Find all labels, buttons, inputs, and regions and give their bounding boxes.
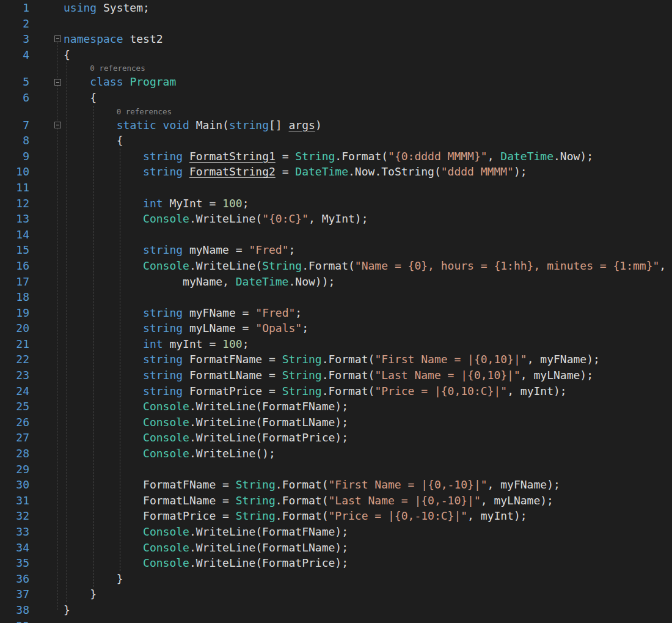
fold-collapse-icon[interactable] xyxy=(54,122,61,128)
editor-row: 21 int myInt = 100; xyxy=(0,336,672,352)
editor-row: 27 Console.WriteLine(FormatPrice); xyxy=(0,430,672,446)
code-token xyxy=(64,556,143,569)
code-line[interactable]: { xyxy=(64,133,123,149)
line-number[interactable]: 17 xyxy=(0,274,29,290)
line-number[interactable]: 37 xyxy=(0,586,29,602)
code-line[interactable]: } xyxy=(64,586,97,602)
line-number[interactable]: 19 xyxy=(0,305,29,321)
line-number[interactable]: 36 xyxy=(0,571,29,587)
line-number[interactable]: 9 xyxy=(0,149,29,164)
code-line[interactable]: string myLName = "Opals"; xyxy=(64,320,309,336)
line-number[interactable]: 39 xyxy=(0,618,29,623)
line-number[interactable]: 33 xyxy=(0,524,29,540)
code-line[interactable]: Console.WriteLine(String.Format("Name = … xyxy=(64,258,666,274)
code-line[interactable]: int myInt = 100; xyxy=(64,336,249,352)
code-line[interactable]: myName, DateTime.Now)); xyxy=(64,274,335,290)
code-token: myLName = xyxy=(183,322,255,334)
code-line[interactable]: Console.WriteLine(FormatFName); xyxy=(64,399,348,415)
line-number[interactable]: 21 xyxy=(0,336,29,352)
code-line[interactable]: int MyInt = 100; xyxy=(64,196,249,212)
line-number[interactable]: 15 xyxy=(0,242,29,258)
line-number[interactable]: 6 xyxy=(0,90,29,106)
line-number[interactable]: 32 xyxy=(0,508,29,524)
code-line[interactable]: string FormatLName = String.Format("Last… xyxy=(64,367,593,383)
code-line[interactable]: Console.WriteLine("{0:C}", MyInt); xyxy=(64,211,368,227)
codelens-references-link[interactable]: 0 references xyxy=(90,62,145,74)
code-line[interactable]: Console.WriteLine(); xyxy=(64,446,276,462)
code-line[interactable]: string FormatString1 = String.Format("{0… xyxy=(64,149,593,164)
line-number[interactable]: 13 xyxy=(0,211,29,227)
code-line[interactable]: } xyxy=(64,602,70,618)
line-number[interactable]: 1 xyxy=(0,0,29,16)
code-line[interactable]: Console.WriteLine(FormatFName); xyxy=(64,524,348,540)
editor-row: 17 myName, DateTime.Now)); xyxy=(0,274,672,290)
code-line[interactable]: } xyxy=(64,571,123,587)
code-token: , myInt); xyxy=(507,385,567,397)
code-line[interactable]: namespace test2 xyxy=(64,31,163,47)
code-token: { xyxy=(64,48,70,61)
line-number[interactable]: 35 xyxy=(0,555,29,571)
code-line[interactable]: string myFName = "Fred"; xyxy=(64,305,302,321)
line-number[interactable]: 16 xyxy=(0,258,29,274)
line-number[interactable]: 23 xyxy=(0,367,29,383)
code-line[interactable]: static void Main(string[] args) xyxy=(64,117,322,133)
code-token: , xyxy=(488,150,501,163)
fold-collapse-icon[interactable] xyxy=(54,79,61,86)
line-number[interactable]: 2 xyxy=(0,16,29,32)
code-line[interactable]: FormatPrice = String.Format("Price = |{0… xyxy=(64,508,527,524)
code-token: FormatString2 xyxy=(189,165,276,178)
line-number[interactable]: 24 xyxy=(0,383,29,399)
editor-row: 18 xyxy=(0,289,672,305)
code-token xyxy=(64,541,143,554)
line-number[interactable]: 22 xyxy=(0,352,29,367)
code-line[interactable]: Console.WriteLine(FormatPrice); xyxy=(64,555,348,571)
line-number[interactable]: 28 xyxy=(0,446,29,462)
line-number[interactable]: 7 xyxy=(0,117,29,133)
line-number[interactable]: 30 xyxy=(0,477,29,493)
code-line[interactable]: Console.WriteLine(FormatLName); xyxy=(64,540,348,556)
code-line[interactable]: { xyxy=(64,90,97,106)
code-line[interactable]: { xyxy=(64,47,70,63)
code-line[interactable]: string FormatFName = String.Format("Firs… xyxy=(64,352,600,367)
code-line[interactable]: Console.WriteLine(FormatLName); xyxy=(64,415,348,430)
fold-collapse-icon[interactable] xyxy=(54,35,61,42)
line-number[interactable]: 27 xyxy=(0,430,29,446)
editor-row: 10 string FormatString2 = DateTime.Now.T… xyxy=(0,164,672,180)
code-line[interactable]: Console.WriteLine(FormatPrice); xyxy=(64,430,348,446)
line-number[interactable]: 25 xyxy=(0,399,29,415)
line-number[interactable]: 8 xyxy=(0,133,29,149)
code-token: "Name = {0}, hours = {1:hh}, minutes = {… xyxy=(355,259,660,272)
editor-row: 23 string FormatLName = String.Format("L… xyxy=(0,367,672,383)
code-line[interactable]: FormatLName = String.Format("Last Name =… xyxy=(64,493,553,509)
line-number[interactable]: 34 xyxy=(0,540,29,556)
line-number[interactable]: 5 xyxy=(0,74,29,90)
line-number[interactable]: 3 xyxy=(0,31,29,47)
code-token: FormatFName = xyxy=(64,478,236,491)
code-token: .WriteLine(FormatLName); xyxy=(189,541,348,554)
code-line[interactable]: using System; xyxy=(64,0,150,16)
code-editor[interactable]: 1using System;23namespace test24{0 refer… xyxy=(0,0,672,623)
code-line[interactable]: string FormatString2 = DateTime.Now.ToSt… xyxy=(64,164,527,180)
line-number[interactable]: 10 xyxy=(0,164,29,180)
codelens-references-link[interactable]: 0 references xyxy=(117,106,172,117)
code-line[interactable]: class Program xyxy=(64,74,176,90)
line-number[interactable]: 18 xyxy=(0,289,29,305)
code-token xyxy=(64,400,143,413)
line-number[interactable]: 14 xyxy=(0,227,29,243)
editor-row: 2 xyxy=(0,16,672,32)
line-number[interactable]: 4 xyxy=(0,47,29,63)
line-number[interactable]: 12 xyxy=(0,196,29,212)
line-number[interactable]: 29 xyxy=(0,462,29,477)
line-number[interactable]: 11 xyxy=(0,180,29,196)
line-number[interactable]: 26 xyxy=(0,415,29,430)
line-number[interactable]: 31 xyxy=(0,493,29,509)
code-line[interactable]: string FormatPrice = String.Format("Pric… xyxy=(64,383,567,399)
code-token: myFName = xyxy=(183,306,255,319)
editor-row: 31 FormatLName = String.Format("Last Nam… xyxy=(0,493,672,509)
line-number[interactable]: 20 xyxy=(0,320,29,336)
outline-margin xyxy=(51,35,64,42)
code-token: ) xyxy=(315,119,322,131)
line-number[interactable]: 38 xyxy=(0,602,29,618)
code-line[interactable]: string myName = "Fred"; xyxy=(64,242,295,258)
code-line[interactable]: FormatFName = String.Format("First Name … xyxy=(64,477,560,493)
